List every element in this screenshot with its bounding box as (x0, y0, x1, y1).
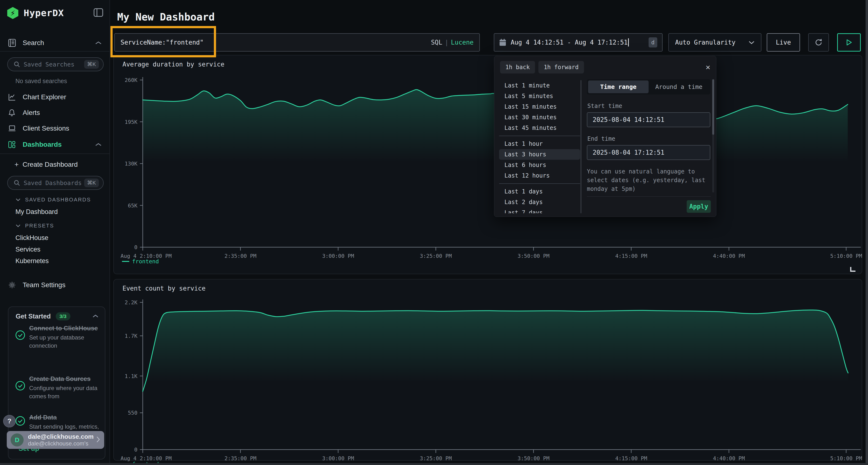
refresh-button[interactable] (808, 33, 829, 52)
close-icon[interactable]: × (706, 63, 710, 71)
shift-forward-button[interactable]: 1h forward (538, 61, 584, 73)
saved-searches-input[interactable]: Saved Searches ⌘K (7, 57, 104, 71)
divider (499, 136, 580, 136)
svg-text:3:00:00 PM: 3:00:00 PM (322, 455, 354, 461)
get-started-title: Get Started (16, 313, 51, 320)
checklist-item-title: Create Data Sources (29, 374, 99, 383)
chevron-up-icon[interactable] (95, 143, 102, 146)
divider (0, 154, 110, 154)
panel-resize-handle[interactable] (850, 267, 856, 272)
language-toggle[interactable]: SQL|Lucene (431, 39, 473, 46)
chart-legend[interactable]: frontend (122, 258, 159, 265)
run-query-button[interactable] (837, 33, 861, 52)
range-option[interactable]: Last 45 minutes (499, 123, 580, 133)
time-range-input[interactable]: Aug 4 14:12:51 - Aug 4 17:12:51 d (494, 33, 662, 52)
annotation-highlight-box (111, 26, 216, 57)
sidebar-item-my-dashboard[interactable]: My Dashboard (16, 208, 58, 215)
end-time-input[interactable]: 2025-08-04 17:12:51 (587, 145, 710, 160)
time-mode-tabs: Time range Around a time (587, 79, 710, 94)
legend-line-swatch (122, 261, 129, 262)
svg-text:5:10:00 PM: 5:10:00 PM (830, 253, 862, 259)
window-bottom-scrollbar[interactable] (0, 463, 868, 465)
list-separator (581, 80, 581, 213)
range-option[interactable]: Last 1 hour (499, 138, 580, 149)
create-dashboard-button[interactable]: + Create Dashboard (0, 158, 110, 171)
svg-text:3:00:00 PM: 3:00:00 PM (322, 253, 354, 259)
svg-text:3:50:00 PM: 3:50:00 PM (518, 253, 550, 259)
chevron-up-icon[interactable] (95, 41, 102, 45)
sidebar-item-client-sessions[interactable]: Client Sessions (0, 122, 110, 135)
sidebar-item-search[interactable]: Search (0, 36, 110, 49)
hyperdx-app: ⚡ HyperDX Search Saved Searches ⌘K No sa… (0, 0, 868, 465)
popup-scrollbar[interactable] (712, 79, 714, 193)
chart-panel-avg-duration: Average duration by service 065K130K195K… (113, 55, 862, 274)
collapse-sidebar-icon[interactable] (94, 8, 103, 18)
hyperdx-logo-icon: ⚡ (7, 7, 18, 19)
sidebar-item-dashboards[interactable]: Dashboards (0, 138, 110, 151)
account-chip[interactable]: D dale@clickhouse.com dale@clickhouse.co… (7, 431, 104, 449)
divider (0, 51, 110, 52)
sidebar-item-chart-explorer[interactable]: Chart Explorer (0, 90, 110, 104)
range-option[interactable]: Last 2 days (499, 197, 580, 207)
question-icon: ? (7, 417, 11, 425)
relative-range-list: Last 1 minute Last 5 minutes Last 15 min… (499, 80, 580, 213)
live-button[interactable]: Live (767, 33, 800, 52)
event-count-chart[interactable]: 05501.1K1.7K2.2KAug 4 2:10:00 PM2:35:00 … (114, 279, 863, 461)
sidebar-item-team-settings[interactable]: Team Settings (0, 278, 110, 292)
page-title: My New Dashboard (117, 11, 215, 23)
svg-text:2:35:00 PM: 2:35:00 PM (224, 455, 256, 461)
checklist-item-title: Connect to ClickHouse (29, 324, 99, 332)
account-subtitle: dale@clickhouse.com's (28, 440, 94, 447)
window-scrollbar[interactable] (866, 0, 868, 465)
svg-text:4:15:00 PM: 4:15:00 PM (615, 253, 647, 259)
range-option[interactable]: Last 1 days (499, 186, 580, 197)
time-range-value: Aug 4 14:12:51 - Aug 4 17:12:51 (511, 39, 628, 46)
end-time-label: End time (587, 135, 711, 142)
start-time-input[interactable]: 2025-08-04 14:12:51 (587, 112, 710, 127)
help-button[interactable]: ? (3, 415, 16, 427)
saved-dashboards-input[interactable]: Saved Dashboards ⌘K (7, 176, 104, 190)
range-option[interactable]: Last 5 minutes (499, 91, 580, 101)
chevron-down-icon (748, 41, 755, 44)
checklist-item[interactable]: Connect to ClickHouse Set up your databa… (15, 324, 100, 350)
sidebar-item-clickhouse[interactable]: ClickHouse (16, 234, 49, 242)
presets-section[interactable]: PRESETS (16, 223, 54, 229)
svg-text:3:50:00 PM: 3:50:00 PM (518, 455, 550, 461)
checklist-item[interactable]: Create Data Sources Configure where your… (15, 374, 100, 400)
calendar-icon (499, 38, 506, 46)
shortcut-badge: ⌘K (84, 178, 99, 187)
svg-text:130K: 130K (125, 161, 138, 167)
apply-button[interactable]: Apply (687, 200, 711, 213)
range-option[interactable]: Last 6 hours (499, 160, 580, 170)
checklist-item-title: Add Data (29, 413, 99, 422)
granularity-dropdown[interactable]: Auto Granularity (669, 33, 762, 52)
sidebar-item-alerts[interactable]: Alerts (0, 106, 110, 120)
sql-toggle[interactable]: SQL (431, 39, 442, 46)
range-option-selected[interactable]: Last 3 hours (499, 149, 580, 160)
search-icon (13, 61, 20, 68)
check-circle-icon (15, 381, 26, 400)
shift-back-button[interactable]: 1h back (500, 61, 535, 73)
tab-time-range[interactable]: Time range (588, 80, 649, 93)
sidebar-item-label: Alerts (23, 109, 40, 117)
range-option[interactable]: Last 12 hours (499, 170, 580, 181)
section-label: PRESETS (25, 223, 54, 229)
range-option[interactable]: Last 30 minutes (499, 112, 580, 123)
saved-dashboards-section[interactable]: SAVED DASHBOARDS (16, 197, 91, 203)
get-started-header[interactable]: Get Started 3/3 (16, 312, 99, 321)
divider (587, 196, 711, 197)
lucene-toggle[interactable]: Lucene (451, 39, 473, 46)
bell-icon (8, 109, 17, 117)
avg-duration-chart[interactable]: 065K130K195K260KAug 4 2:10:00 PM2:35:00 … (114, 56, 863, 275)
range-option[interactable]: Last 15 minutes (499, 101, 580, 112)
checklist-item-desc: Configure where your data comes from (29, 384, 99, 400)
laptop-icon (8, 125, 17, 132)
range-option[interactable]: Last 1 minute (499, 80, 580, 91)
sidebar-item-kubernetes[interactable]: Kubernetes (16, 257, 49, 265)
svg-text:1.1K: 1.1K (125, 373, 138, 379)
chevron-up-icon[interactable] (92, 314, 99, 319)
tab-around-a-time[interactable]: Around a time (649, 80, 709, 93)
text-cursor (628, 38, 629, 46)
range-option[interactable]: Last 7 days (499, 207, 580, 213)
sidebar-item-services[interactable]: Services (16, 246, 40, 253)
